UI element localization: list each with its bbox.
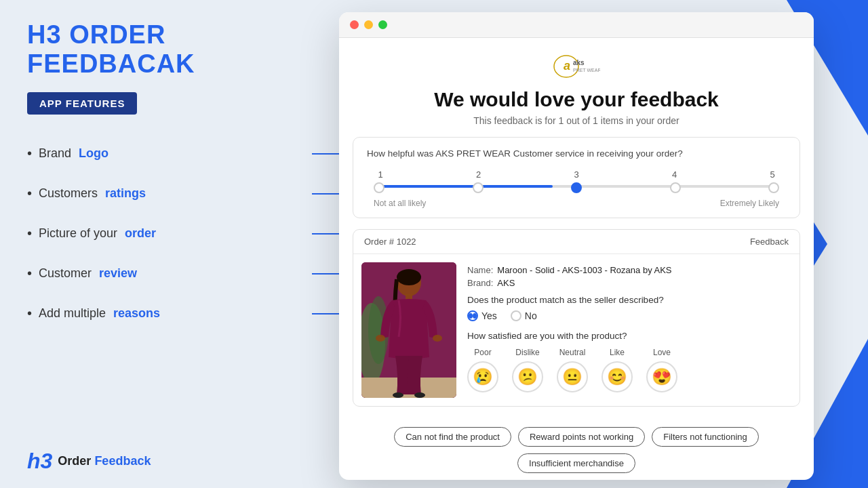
- neutral-label: Neutral: [559, 348, 586, 357]
- mac-titlebar: [339, 12, 814, 38]
- like-label: Like: [610, 348, 625, 357]
- reason-tag-reward-points[interactable]: Reward points not working: [518, 427, 645, 447]
- love-face[interactable]: 😍: [646, 361, 677, 392]
- emoji-like[interactable]: Like 😊: [601, 348, 633, 392]
- rating-labels: Not at all likely Extremely Likely: [374, 199, 779, 208]
- emoji-dislike[interactable]: Dislike 😕: [512, 348, 543, 392]
- no-label: No: [525, 310, 537, 321]
- yes-no-group: Yes No: [467, 310, 791, 321]
- rating-num-5: 5: [766, 169, 779, 180]
- bullet: •: [27, 146, 32, 161]
- minimize-button[interactable]: [364, 20, 373, 29]
- feedback-header: a aks PRET WEAR We would love your feedb…: [339, 38, 814, 137]
- order-number: Order # 1022: [364, 237, 416, 247]
- svg-point-12: [433, 335, 442, 342]
- reason-tag-cant-find[interactable]: Can not find the product: [394, 427, 511, 447]
- brand-logo: a aks PRET WEAR: [353, 53, 800, 80]
- woman-svg: [361, 262, 456, 398]
- bottom-logo: h3 Order Feedback: [27, 450, 151, 472]
- order-body: Name: Maroon - Solid - AKS-1003 - Rozana…: [353, 254, 800, 406]
- svg-point-13: [393, 392, 403, 398]
- left-panel: H3 ORDER FEEDBACAK APP FEATURES • Brand …: [0, 0, 353, 488]
- satisfaction-question: How satisfied are you with the product?: [467, 331, 791, 341]
- svg-point-11: [376, 335, 385, 342]
- rating-numbers: 1 2 3 4 5: [374, 169, 779, 180]
- svg-point-14: [414, 392, 425, 398]
- emoji-poor[interactable]: Poor 😢: [467, 348, 498, 392]
- svg-text:PRET WEAR: PRET WEAR: [573, 68, 600, 73]
- product-details: Name: Maroon - Solid - AKS-1003 - Rozana…: [467, 262, 791, 398]
- feature-item-ratings: • Customers ratings: [27, 174, 326, 214]
- like-face[interactable]: 😊: [601, 361, 633, 392]
- rating-label-left: Not at all likely: [374, 199, 426, 208]
- rating-num-3: 3: [570, 169, 583, 180]
- h3-logo-icon: h3: [27, 450, 52, 472]
- product-name-row: Name: Maroon - Solid - AKS-1003 - Rozana…: [467, 265, 791, 275]
- product-brand-row: Brand: AKS: [467, 278, 791, 288]
- feedback-title: We would love your feedback: [353, 88, 800, 111]
- emoji-neutral[interactable]: Neutral 😐: [557, 348, 588, 392]
- name-value: Maroon - Solid - AKS-1003 - Rozana by AK…: [497, 265, 671, 275]
- neutral-face[interactable]: 😐: [557, 361, 588, 392]
- order-section: Order # 1022 Feedback: [353, 229, 800, 407]
- maximize-button[interactable]: [378, 20, 387, 29]
- logo-text: Order Feedback: [58, 454, 151, 468]
- brand-label: Brand:: [467, 278, 493, 288]
- rating-num-4: 4: [668, 169, 682, 180]
- match-question: Does the product match as the seller des…: [467, 295, 791, 305]
- no-radio[interactable]: [511, 310, 521, 321]
- svg-text:aks: aks: [573, 59, 585, 66]
- product-image: [361, 262, 456, 398]
- svg-text:a: a: [564, 59, 570, 73]
- feature-item-logo: • Brand Logo: [27, 134, 326, 174]
- rating-num-2: 2: [472, 169, 486, 180]
- feedback-label: Feedback: [750, 237, 789, 247]
- feature-item-review: • Customer review: [27, 253, 326, 293]
- dislike-face[interactable]: 😕: [512, 361, 543, 392]
- emoji-love[interactable]: Love 😍: [646, 348, 677, 392]
- rating-dot-4[interactable]: [670, 182, 681, 193]
- bullet: •: [27, 306, 32, 321]
- feature-item-reasons: • Add multiple reasons: [27, 293, 326, 333]
- feature-list: • Brand Logo • Customers ratings • Pictu…: [27, 134, 326, 333]
- rating-label-right: Extremely Likely: [720, 199, 779, 208]
- reason-tag-insufficient[interactable]: Insufficient merchandise: [517, 453, 635, 473]
- rating-dot-2[interactable]: [473, 182, 484, 193]
- order-header: Order # 1022 Feedback: [353, 230, 800, 254]
- name-label: Name:: [467, 265, 493, 275]
- feature-item-order: • Picture of your order: [27, 214, 326, 253]
- aks-logo-svg: a aks PRET WEAR: [553, 53, 600, 80]
- rating-question: How helpful was AKS PRET WEAR Customer s…: [367, 148, 786, 159]
- rating-fill: [380, 185, 553, 188]
- rating-num-1: 1: [374, 169, 387, 180]
- svg-point-9: [397, 269, 421, 285]
- reason-tag-filters[interactable]: Filters not functioning: [652, 427, 759, 447]
- emoji-row: Poor 😢 Dislike 😕 Neutral 😐 Like: [467, 348, 791, 392]
- mac-window: a aks PRET WEAR We would love your feedb…: [339, 12, 814, 480]
- love-label: Love: [653, 348, 671, 357]
- page-title: H3 ORDER FEEDBACAK: [27, 20, 326, 79]
- bullet: •: [27, 186, 32, 201]
- yes-label: Yes: [481, 310, 497, 321]
- close-button[interactable]: [350, 20, 359, 29]
- poor-label: Poor: [474, 348, 491, 357]
- app-features-badge: APP FEATURES: [27, 92, 137, 115]
- dislike-label: Dislike: [515, 348, 539, 357]
- rating-dot-5[interactable]: [768, 182, 779, 193]
- reason-tags: Can not find the product Reward points n…: [339, 418, 814, 480]
- yes-option[interactable]: Yes: [467, 310, 497, 321]
- feedback-subtitle: This feedback is for 1 out of 1 items in…: [353, 115, 800, 126]
- rating-section: How helpful was AKS PRET WEAR Customer s…: [353, 137, 800, 218]
- rating-dot-3[interactable]: [571, 182, 582, 193]
- bullet: •: [27, 226, 32, 241]
- bullet: •: [27, 266, 32, 281]
- yes-radio[interactable]: [467, 310, 478, 321]
- rating-dots: [374, 182, 779, 193]
- rating-scale: 1 2 3 4 5 Not at all likely: [367, 169, 786, 208]
- no-option[interactable]: No: [511, 310, 537, 321]
- mac-content: a aks PRET WEAR We would love your feedb…: [339, 38, 814, 480]
- poor-face[interactable]: 😢: [467, 361, 498, 392]
- brand-value: AKS: [497, 278, 515, 288]
- rating-dot-1[interactable]: [374, 182, 384, 193]
